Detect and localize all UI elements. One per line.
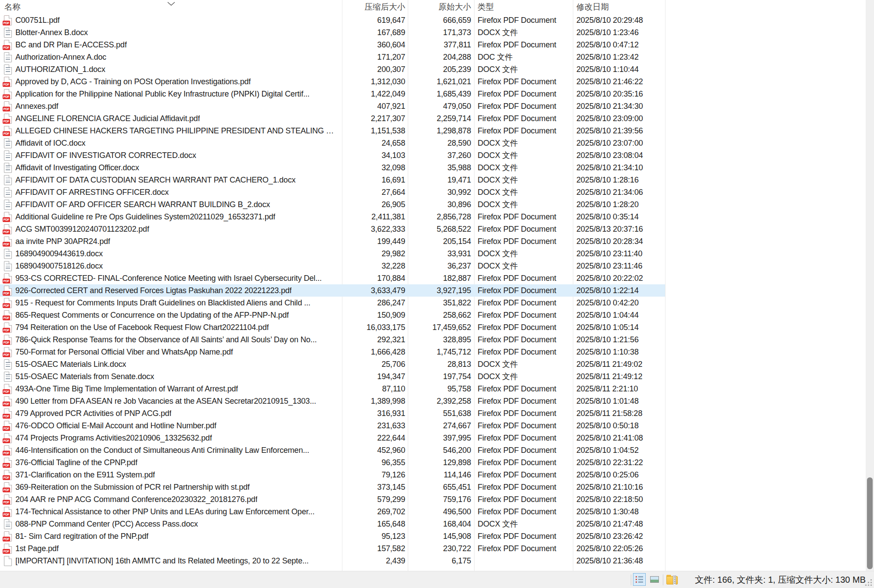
file-packed-size: 2,217,307 [342, 112, 405, 125]
details-view-button[interactable] [633, 573, 646, 586]
file-row[interactable]: PDF 915 - Request for Comments Inputs Dr… [0, 297, 866, 309]
file-original-size: 19,471 [406, 174, 471, 186]
doc-file-icon [4, 175, 12, 185]
file-original-size: 204,288 [406, 51, 471, 63]
file-row[interactable]: 1689049007518126.docx 32,228 36,237 DOCX… [0, 260, 866, 272]
file-row[interactable]: PDF 794 Reiteration on the Use of Facebo… [0, 321, 866, 333]
file-type: Firefox PDF Document [478, 542, 571, 555]
file-row[interactable]: 088-PNP Command Center (PCC) Access Pass… [0, 518, 866, 530]
file-modified-date: 2025/8/10 1:30:48 [576, 506, 664, 518]
file-modified-date: 2025/8/10 23:07:00 [576, 137, 664, 149]
file-name: 750-Format for Personal Official Viber a… [15, 348, 233, 357]
file-row[interactable]: PDF 750-Format for Personal Official Vib… [0, 346, 866, 358]
file-row[interactable]: AFFIDAVIT OF INVESTIGATOR CORRECTED.docx… [0, 149, 866, 161]
scrollbar-thumb[interactable] [867, 477, 873, 569]
file-name: AFFIDAVIT OF ARD OFFICER SEARCH WARRANT … [15, 200, 270, 209]
file-row[interactable]: PDF BC and DR Plan E-ACCESS.pdf 360,604 … [0, 39, 866, 51]
file-name: Affidavit of IOC.docx [15, 139, 86, 148]
file-name: AUTHORIZATION_1.docx [15, 65, 105, 74]
file-modified-date: 2025/8/11 21:58:28 [576, 407, 664, 419]
pdf-file-icon: PDF [4, 531, 12, 541]
file-modified-date: 2025/8/10 21:34:06 [576, 186, 664, 198]
file-list: PDF C00751L.pdf 619,647 666,659 Firefox … [0, 14, 866, 567]
file-modified-date: 2025/8/10 1:23:42 [576, 51, 664, 63]
file-row[interactable]: PDF aa invite PNP 30APR24.pdf 199,449 20… [0, 235, 866, 247]
file-type: DOCX 文件 [478, 247, 571, 260]
file-original-size: 328,895 [406, 333, 471, 346]
file-row[interactable]: 515-OSAEC Materials from Senate.docx 194… [0, 370, 866, 383]
file-row[interactable]: PDF 479 Approved PCR Activities of PNP A… [0, 407, 866, 419]
file-row[interactable]: 515-OSAEC Materials Link.docx 25,706 28,… [0, 358, 866, 370]
column-header-name[interactable]: 名称 [4, 0, 21, 14]
file-name: 479 Approved PCR Activities of PNP ACG.p… [15, 409, 171, 418]
file-row[interactable]: AFFIDAVIT OF DATA CUSTODIAN SEARCH WARRA… [0, 174, 866, 186]
file-original-size: 114,146 [406, 469, 471, 481]
file-row[interactable]: PDF Approved by D, ACG - Training on POS… [0, 75, 866, 88]
file-original-size: 95,758 [406, 383, 471, 395]
file-row[interactable]: PDF ALLEGED CHINESE HACKERS TARGETING PH… [0, 125, 866, 137]
file-original-size: 17,459,652 [406, 321, 471, 333]
file-name: 476-ODCO Official E-Mail Account and Hot… [15, 421, 216, 430]
file-row[interactable]: Affidavit of IOC.docx 24,658 28,590 DOCX… [0, 137, 866, 149]
pdf-file-icon: PDF [4, 15, 12, 25]
file-packed-size: 171,207 [342, 51, 405, 63]
resize-grip[interactable] [865, 579, 872, 586]
file-row[interactable]: PDF ACG SMT00399120240701123202.pdf 3,62… [0, 223, 866, 235]
column-header-type[interactable]: 类型 [478, 0, 494, 14]
file-row[interactable]: PDF 204 AAR re PNP ACG Command Conferenc… [0, 493, 866, 506]
file-type: Firefox PDF Document [478, 75, 571, 88]
file-row[interactable]: Blotter-Annex B.docx 167,689 171,373 DOC… [0, 26, 866, 39]
file-row[interactable]: PDF 490 Letter from DFA ASEAN re Job Vac… [0, 395, 866, 407]
file-row[interactable]: PDF 476-ODCO Official E-Mail Account and… [0, 419, 866, 432]
column-header-packed-size[interactable]: 压缩后大小 [343, 0, 405, 14]
file-name-cell: Affidavit of IOC.docx [0, 137, 342, 149]
column-header-modified-date[interactable]: 修改日期 [576, 0, 609, 14]
file-row[interactable]: PDF Application for the Philippine Natio… [0, 88, 866, 100]
status-bar-separator [663, 574, 663, 585]
file-row[interactable]: PDF 474 Projects Programs Activities2021… [0, 432, 866, 444]
file-row[interactable]: AFFIDAVIT OF ARRESTING OFFICER.docx 27,6… [0, 186, 866, 198]
file-original-size: 35,988 [406, 161, 471, 174]
file-row[interactable]: Affidavit of Investigating Officer.docx … [0, 161, 866, 174]
thumbnail-view-button[interactable] [648, 573, 661, 586]
file-row[interactable]: PDF 446-Intensification on the Conduct o… [0, 444, 866, 456]
file-row[interactable]: PDF 786-Quick Response Teams for the Obs… [0, 333, 866, 346]
file-row[interactable]: [IMPORTANT] [INVITATION] 16th AMMTC and … [0, 555, 866, 567]
file-packed-size: 360,604 [342, 39, 405, 51]
file-modified-date: 2025/8/10 1:05:14 [576, 321, 664, 333]
file-name: Affidavit of Investigating Officer.docx [15, 163, 139, 172]
file-row[interactable]: PDF 493A-One Time Big Time Implementatio… [0, 383, 866, 395]
file-row[interactable]: PDF ANGELINE FLORENCIA GRACE Judicial Af… [0, 112, 866, 125]
file-packed-size: 170,884 [342, 272, 405, 284]
file-row[interactable]: 1689049009443619.docx 29,982 33,931 DOCX… [0, 247, 866, 260]
file-row[interactable]: PDF 926-Corrected CERT and Reserved Forc… [0, 284, 866, 297]
file-row[interactable]: PDF Annexes.pdf 407,921 479,050 Firefox … [0, 100, 866, 112]
file-name-cell: PDF 479 Approved PCR Activities of PNP A… [0, 407, 342, 419]
file-type: Firefox PDF Document [478, 333, 571, 346]
file-original-size: 2,856,728 [406, 211, 471, 223]
file-row[interactable]: AUTHORIZATION_1.docx 200,307 205,239 DOC… [0, 63, 866, 75]
file-original-size: 168,404 [406, 518, 471, 530]
file-type: Firefox PDF Document [478, 506, 571, 518]
file-name-cell: PDF 493A-One Time Big Time Implementatio… [0, 383, 342, 395]
file-row[interactable]: PDF Additional Guideline re Pre Ops Guid… [0, 211, 866, 223]
doc-file-icon [4, 372, 12, 382]
file-modified-date: 2025/8/10 0:25:06 [576, 469, 664, 481]
file-row[interactable]: PDF 174-Technical Assistance to other PN… [0, 506, 866, 518]
file-row[interactable]: Authorization-Annex A.doc 171,207 204,28… [0, 51, 866, 63]
file-row[interactable]: PDF 1st Page.pdf 157,582 230,722 Firefox… [0, 542, 866, 555]
doc-file-icon [4, 200, 12, 210]
file-row[interactable]: PDF 371-Clarification on the E911 System… [0, 469, 866, 481]
file-type: Firefox PDF Document [478, 469, 571, 481]
file-row[interactable]: PDF C00751L.pdf 619,647 666,659 Firefox … [0, 14, 866, 26]
file-row[interactable]: PDF 376-Official Tagline of the CPNP.pdf… [0, 456, 866, 469]
vertical-scrollbar[interactable] [866, 0, 874, 571]
file-row[interactable]: PDF 369-Reiteration on the Submission of… [0, 481, 866, 493]
file-name: 1689049007518126.docx [15, 262, 103, 271]
file-row[interactable]: PDF 81- Sim Card regitration of the PNP.… [0, 530, 866, 542]
file-row[interactable]: PDF 865-Request Comments or Concurrence … [0, 309, 866, 321]
column-header-original-size[interactable]: 原始大小 [409, 0, 471, 14]
file-row[interactable]: AFFIDAVIT OF ARD OFFICER SEARCH WARRANT … [0, 198, 866, 211]
file-original-size: 2,259,714 [406, 112, 471, 125]
file-row[interactable]: PDF 953-CS CORRECTED- FINAL-Conference N… [0, 272, 866, 284]
